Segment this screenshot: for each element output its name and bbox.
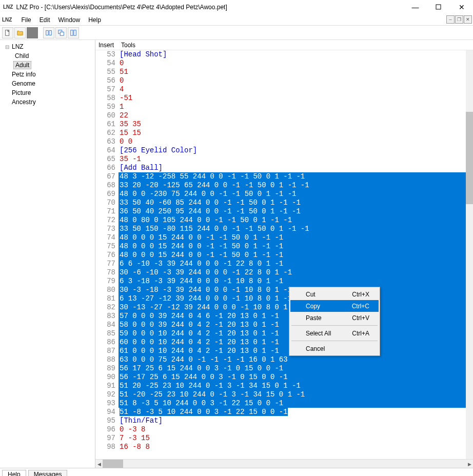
cascade-windows-button[interactable] xyxy=(55,27,67,38)
code-line[interactable]: 7333 50 150 -80 115 244 0 0 -1 -1 50 0 1… xyxy=(95,225,473,233)
code-line[interactable]: 58-51 xyxy=(95,94,473,103)
convert-breed-button[interactable] xyxy=(43,27,54,38)
code-line[interactable]: 5551 xyxy=(95,68,473,76)
line-content[interactable]: -51 xyxy=(119,94,473,103)
code-line[interactable]: 8030 -3 -18 -3 39 244 0 0 0 -1 10 8 0 1 … xyxy=(95,286,473,294)
editor-menu-tools[interactable]: Tools xyxy=(121,42,135,49)
code-line[interactable]: 6833 20 -20 -125 65 244 0 0 -1 -1 50 0 1… xyxy=(95,181,473,190)
code-line[interactable]: 574 xyxy=(95,85,473,94)
editor-menu-insert[interactable]: Insert xyxy=(98,42,114,49)
mdi-restore-button[interactable]: ❐ xyxy=(455,15,463,24)
line-content[interactable]: 48 0 0 0 15 244 0 0 -1 -1 50 0 1 -1 -1 xyxy=(119,242,473,251)
code-editor[interactable]: 53[Head Shot]540555156057458-51591602261… xyxy=(95,50,473,459)
maximize-button[interactable] xyxy=(427,0,450,14)
scroll-left-button[interactable]: ◀ xyxy=(95,460,103,468)
minimize-button[interactable]: — xyxy=(404,0,427,14)
line-content[interactable]: [256 Eyelid Color] xyxy=(119,146,473,155)
code-line[interactable]: 630 0 xyxy=(95,137,473,146)
menu-file[interactable]: File xyxy=(17,15,35,25)
code-line[interactable]: 6215 15 xyxy=(95,129,473,137)
code-line[interactable]: 9151 20 -25 23 10 244 0 -1 3 -1 34 15 0 … xyxy=(95,382,473,390)
code-line[interactable]: 8230 -13 -27 -12 39 244 0 0 0 -1 10 8 0 … xyxy=(95,303,473,312)
code-line[interactable]: 9251 -20 -25 23 10 244 0 -1 3 -1 34 15 0… xyxy=(95,390,473,399)
code-line[interactable]: 6748 3 -12 -258 55 244 0 0 -1 -1 50 0 1 … xyxy=(95,172,473,181)
line-content[interactable]: 48 0 80 0 105 244 0 0 -1 -1 50 0 1 -1 -1 xyxy=(119,216,473,225)
line-content[interactable]: [Add Ball] xyxy=(119,164,473,172)
code-line[interactable]: 560 xyxy=(95,76,473,85)
code-line[interactable]: 591 xyxy=(95,103,473,111)
code-line[interactable]: 8357 0 0 0 39 244 0 4 6 -1 20 13 0 1 -1 xyxy=(95,312,473,321)
tree-node-adult[interactable]: Adult xyxy=(2,61,95,70)
line-content[interactable]: 63 0 0 0 75 244 0 -1 -1 -1 -1 16 0 1 63 xyxy=(119,355,473,364)
line-content[interactable]: 56 -17 25 6 15 244 0 0 3 -1 0 15 0 0 -1 xyxy=(119,373,473,382)
code-line[interactable]: 7548 0 0 0 15 244 0 0 -1 -1 50 0 1 -1 -1 xyxy=(95,242,473,251)
line-content[interactable]: 30 -6 -10 -3 39 244 0 0 0 -1 22 8 0 1 -1 xyxy=(119,268,473,277)
code-line[interactable]: 7248 0 80 0 105 244 0 0 -1 -1 50 0 1 -1 … xyxy=(95,216,473,225)
tree-node-lnz[interactable]: ⊟LNZ xyxy=(2,42,95,51)
code-line[interactable]: 6022 xyxy=(95,111,473,120)
line-content[interactable]: 0 xyxy=(119,76,473,85)
code-line[interactable]: 776 6 -10 -3 39 244 0 0 0 -1 22 8 0 1 -1 xyxy=(95,260,473,268)
menu-help[interactable]: Help xyxy=(84,15,105,25)
line-content[interactable]: 48 0 0 0 15 244 0 0 -1 -1 50 0 1 -1 -1 xyxy=(119,233,473,242)
line-content[interactable]: 51 20 -25 23 10 244 0 -1 3 -1 34 15 0 1 … xyxy=(119,382,473,390)
code-line[interactable]: 960 -3 8 xyxy=(95,425,473,434)
tree-node-child[interactable]: Child xyxy=(2,51,95,61)
code-line[interactable]: 816 13 -27 -12 39 244 0 0 0 -1 10 8 0 1 … xyxy=(95,294,473,303)
line-content[interactable]: 51 -8 -3 5 10 244 0 0 3 -1 22 15 0 0 -1 xyxy=(119,408,473,417)
close-button[interactable]: ✕ xyxy=(450,0,473,14)
tile-windows-button[interactable] xyxy=(68,27,79,38)
code-line[interactable]: 66[Add Ball] xyxy=(95,164,473,172)
context-menu-cut[interactable]: CutCtrl+X xyxy=(290,288,379,300)
context-menu-paste[interactable]: PasteCtrl+V xyxy=(290,312,379,324)
line-content[interactable]: 35 35 xyxy=(119,120,473,129)
line-content[interactable]: 7 -3 15 xyxy=(119,434,473,443)
code-line[interactable]: 8660 0 0 0 10 244 0 4 2 -1 20 13 0 1 -1 xyxy=(95,338,473,347)
code-line[interactable]: 8761 0 0 0 10 244 0 4 2 -1 20 13 0 1 -1 xyxy=(95,347,473,355)
scroll-right-button[interactable]: ▶ xyxy=(466,460,473,468)
line-content[interactable]: 33 20 -20 -125 65 244 0 0 -1 -1 50 0 1 -… xyxy=(119,181,473,190)
mdi-minimize-button[interactable]: – xyxy=(446,15,455,24)
status-tab-messages[interactable]: Messages xyxy=(28,470,68,476)
context-menu-copy[interactable]: CopyCtrl+C xyxy=(290,300,379,312)
line-content[interactable]: 51 xyxy=(119,68,473,76)
line-content[interactable]: 6 6 -10 -3 39 244 0 0 0 -1 22 8 0 1 -1 xyxy=(119,260,473,268)
status-tab-help[interactable]: Help xyxy=(2,470,26,476)
line-content[interactable]: [Thin/Fat] xyxy=(119,417,473,425)
code-line[interactable]: 7136 50 40 250 95 244 0 0 -1 -1 50 0 1 -… xyxy=(95,207,473,216)
line-content[interactable]: 56 17 25 6 15 244 0 0 3 -1 0 15 0 0 -1 xyxy=(119,364,473,373)
line-content[interactable]: 48 0 0 0 15 244 0 0 -1 -1 50 0 1 -1 -1 xyxy=(119,251,473,260)
line-content[interactable]: 0 0 xyxy=(119,137,473,146)
line-content[interactable]: 35 -1 xyxy=(119,155,473,164)
code-line[interactable]: 7448 0 0 0 15 244 0 0 -1 -1 50 0 1 -1 -1 xyxy=(95,233,473,242)
code-line[interactable]: 8863 0 0 0 75 244 0 -1 -1 -1 -1 16 0 1 6… xyxy=(95,355,473,364)
horizontal-scroll-thumb[interactable] xyxy=(103,460,123,468)
new-file-button[interactable] xyxy=(2,27,13,38)
line-content[interactable]: 22 xyxy=(119,111,473,120)
code-line[interactable]: 9451 -8 -3 5 10 244 0 0 3 -1 22 15 0 0 -… xyxy=(95,408,473,417)
code-line[interactable]: 7033 50 40 -60 85 244 0 0 -1 -1 50 0 1 -… xyxy=(95,199,473,207)
code-line[interactable]: 9351 8 -3 5 10 244 0 0 3 -1 22 15 0 0 -1 xyxy=(95,399,473,408)
line-content[interactable]: 48 0 0 -230 75 244 0 0 -1 -1 50 0 1 -1 -… xyxy=(119,190,473,199)
line-content[interactable]: 36 50 40 250 95 244 0 0 -1 -1 50 0 1 -1 … xyxy=(119,207,473,216)
menu-window[interactable]: Window xyxy=(54,15,84,25)
context-menu-select-all[interactable]: Select AllCtrl+A xyxy=(290,327,379,339)
tree-node-petzinfo[interactable]: Petz info xyxy=(2,70,95,79)
context-menu-cancel[interactable]: Cancel xyxy=(290,343,379,354)
code-line[interactable]: 8559 0 0 0 10 244 0 4 2 -1 20 13 0 1 -1 xyxy=(95,329,473,338)
vertical-scroll-thumb[interactable] xyxy=(466,112,473,204)
code-line[interactable]: 977 -3 15 xyxy=(95,434,473,443)
save-button[interactable] xyxy=(27,27,38,38)
line-content[interactable]: 0 -3 8 xyxy=(119,425,473,434)
code-line[interactable]: 8458 0 0 0 39 244 0 4 2 -1 20 13 0 1 -1 xyxy=(95,321,473,329)
sidebar-tree[interactable]: ⊟LNZ Child Adult Petz info Genome Pictur… xyxy=(0,40,95,468)
code-line[interactable]: 7648 0 0 0 15 244 0 0 -1 -1 50 0 1 -1 -1 xyxy=(95,251,473,260)
line-content[interactable]: 48 3 -12 -258 55 244 0 0 -1 -1 50 0 1 -1… xyxy=(119,172,473,181)
line-content[interactable]: 15 15 xyxy=(119,129,473,137)
line-content[interactable]: 33 50 150 -80 115 244 0 0 -1 -1 50 0 1 -… xyxy=(119,225,473,233)
code-line[interactable]: 64[256 Eyelid Color] xyxy=(95,146,473,155)
code-line[interactable]: 9056 -17 25 6 15 244 0 0 3 -1 0 15 0 0 -… xyxy=(95,373,473,382)
mdi-close-button[interactable]: ✕ xyxy=(464,15,472,24)
line-content[interactable]: 51 -20 -25 23 10 244 0 -1 3 -1 34 15 0 1… xyxy=(119,390,473,399)
code-line[interactable]: 9816 -8 8 xyxy=(95,443,473,451)
